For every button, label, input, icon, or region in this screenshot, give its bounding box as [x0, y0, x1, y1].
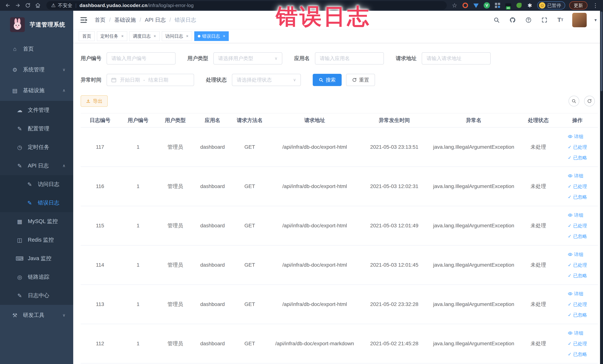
search-button-label: 搜索	[326, 77, 336, 83]
check-icon: ✓	[568, 194, 572, 200]
app-name-input[interactable]	[315, 52, 384, 65]
filter-user-id: 用户编号	[81, 52, 175, 65]
row-action-ignored[interactable]: ✓已忽略	[568, 273, 587, 279]
shield-extension-icon[interactable]	[473, 2, 479, 9]
sidebar-item-2[interactable]: ▤基础设施∧	[0, 80, 73, 101]
scrollbar-thumb[interactable]	[601, 12, 603, 91]
sidebar-item-3[interactable]: ☁文件管理	[0, 101, 73, 119]
address-bar[interactable]: ⚠ 不安全 | dashboard.yudao.iocoder.cn /infr…	[46, 1, 447, 10]
green-v-extension-icon[interactable]: V	[483, 2, 490, 9]
close-icon[interactable]: ×	[186, 34, 188, 39]
fullscreen-icon[interactable]	[540, 16, 548, 24]
tab-2[interactable]: 调度日志×	[129, 31, 160, 41]
sidebar-item-1[interactable]: ⚙系统管理∨	[0, 59, 73, 80]
user-type-select[interactable]: 请选择用户类型 ∨	[213, 52, 282, 65]
sidebar-item-11[interactable]: ⌨Java 监控	[0, 249, 73, 268]
breadcrumb-item-2[interactable]: API 日志	[145, 16, 166, 24]
sidebar-item-10[interactable]: ◫Redis 监控	[0, 231, 73, 249]
row-action-ignored[interactable]: ✓已忽略	[568, 351, 587, 357]
onoff-extension-icon[interactable]: on	[505, 2, 512, 9]
sidebar-item-13[interactable]: ✎日志中心	[0, 286, 73, 305]
cell-method: GET	[231, 285, 268, 324]
chevron-down-icon[interactable]: ▾	[594, 17, 597, 23]
collapse-sidebar-icon[interactable]	[80, 16, 88, 24]
search-button[interactable]: 搜索	[313, 74, 342, 86]
tab-4[interactable]: 错误日志×	[194, 31, 229, 41]
sidebar-item-12[interactable]: ◎链路追踪	[0, 268, 73, 286]
sidebar-item-8[interactable]: ✎错误日志	[0, 194, 73, 212]
close-icon[interactable]: ×	[223, 34, 225, 39]
exception-time-range-picker[interactable]: 开始日期 - 结束日期	[107, 74, 194, 86]
page-scrollbar[interactable]	[600, 11, 603, 364]
tab-3[interactable]: 访问日志×	[162, 31, 192, 41]
close-icon[interactable]: ×	[154, 34, 156, 39]
row-action-detail[interactable]: 详细	[568, 212, 583, 218]
sidebar-item-6[interactable]: ✎API 日志∧	[0, 156, 73, 175]
profile-paused-chip[interactable]: ☺ 已暂停	[537, 1, 565, 10]
refresh-table-button[interactable]	[584, 96, 595, 106]
breadcrumb-item-0[interactable]: 首页	[95, 16, 105, 24]
table-header-row: 日志编号用户编号用户类型应用名请求方法名请求地址异常发生时间异常名处理状态操作	[81, 113, 598, 127]
sidebar-item-5[interactable]: ◷定时任务	[0, 138, 73, 156]
check-icon: ✓	[568, 144, 572, 150]
row-action-processed[interactable]: ✓已处理	[568, 223, 587, 229]
row-action-ignored[interactable]: ✓已忽略	[568, 194, 587, 200]
puzzle-extension-icon[interactable]: ✱	[526, 2, 533, 9]
help-icon[interactable]	[524, 16, 533, 24]
sidebar-item-0[interactable]: ⌂首页	[0, 39, 73, 59]
row-action-ignored[interactable]: ✓已忽略	[568, 312, 587, 318]
toggle-search-button[interactable]	[568, 96, 579, 106]
orange-circle-extension-icon[interactable]	[462, 2, 469, 9]
process-status-select[interactable]: 请选择处理状态 ∨	[232, 74, 301, 86]
cell-status: 未处理	[520, 206, 557, 245]
row-action-ignored[interactable]: ✓已忽略	[568, 233, 587, 239]
row-action-detail[interactable]: 详细	[568, 133, 583, 140]
user-type-placeholder: 请选择用户类型	[218, 55, 253, 62]
end-date-placeholder: 结束日期	[148, 77, 168, 83]
sidebar-item-label: 文件管理	[28, 106, 49, 114]
forward-icon[interactable]	[14, 1, 22, 10]
breadcrumb-item-1[interactable]: 基础设施	[114, 16, 136, 24]
app-logo-row[interactable]: 芋道管理系统	[0, 11, 73, 39]
row-action-processed[interactable]: ✓已处理	[568, 144, 587, 150]
row-action-processed[interactable]: ✓已处理	[568, 341, 587, 347]
reset-button[interactable]: 重置	[346, 74, 375, 86]
row-action-processed[interactable]: ✓已处理	[568, 183, 587, 189]
search-icon[interactable]	[493, 16, 501, 24]
row-action-detail[interactable]: 详细	[568, 330, 583, 336]
tab-0[interactable]: 首页	[79, 31, 95, 41]
back-icon[interactable]	[4, 1, 12, 10]
user-id-label: 用户编号	[81, 55, 101, 62]
grid-extension-icon[interactable]	[494, 2, 501, 9]
row-action-processed[interactable]: ✓已处理	[568, 262, 587, 268]
tab-1[interactable]: 定时任务×	[97, 31, 127, 41]
sidebar-item-7[interactable]: ✎访问日志	[0, 175, 73, 194]
home-nav-icon[interactable]	[34, 1, 42, 10]
row-action-detail[interactable]: 详细	[568, 291, 583, 297]
eye-icon	[568, 252, 573, 257]
browser-menu-icon[interactable]: ⋮	[591, 2, 599, 9]
row-action-detail[interactable]: 详细	[568, 173, 583, 179]
font-size-icon[interactable]: TT	[556, 16, 564, 24]
cell-user_type: 管理员	[157, 206, 194, 245]
reload-icon[interactable]	[24, 1, 32, 10]
cell-method: GET	[231, 167, 268, 206]
row-action-ignored[interactable]: ✓已忽略	[568, 155, 587, 161]
export-button[interactable]: 导出	[81, 95, 108, 107]
bookmark-star-icon[interactable]: ☆	[451, 2, 458, 9]
user-avatar[interactable]	[572, 13, 587, 27]
sidebar-item-14[interactable]: ⚒研发工具∨	[0, 305, 73, 326]
leaf-extension-icon[interactable]	[516, 2, 522, 9]
sidebar-item-9[interactable]: ▦MySQL 监控	[0, 212, 73, 231]
close-icon[interactable]: ×	[121, 34, 124, 39]
config-manage-icon: ✎	[16, 126, 24, 132]
row-action-processed[interactable]: ✓已处理	[568, 301, 587, 307]
request-url-input[interactable]	[422, 52, 491, 65]
browser-update-button[interactable]: 更新	[569, 1, 587, 10]
row-action-detail[interactable]: 详细	[568, 251, 583, 258]
sidebar-item-4[interactable]: ✎配置管理	[0, 119, 73, 138]
breadcrumb-separator: /	[109, 17, 111, 23]
action-label: 已忽略	[573, 194, 587, 200]
github-icon[interactable]	[509, 16, 517, 24]
user-id-input[interactable]	[107, 52, 175, 65]
